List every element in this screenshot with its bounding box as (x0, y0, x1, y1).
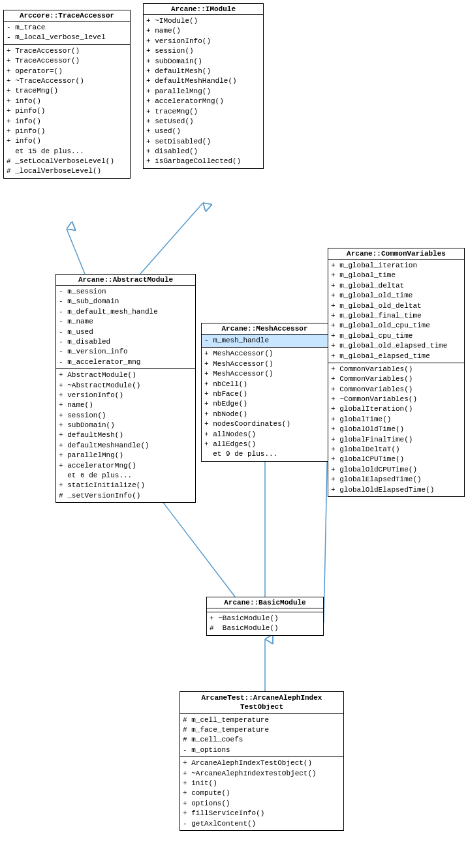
test-object-box: ArcaneTest::ArcaneAlephIndexTestObject #… (179, 691, 344, 831)
abstract-module-methods: + AbstractModule() + ~AbstractModule() +… (56, 369, 195, 502)
mesh-accessor-fields: - m_mesh_handle (202, 335, 328, 348)
basic-module-title: Arcane::BasicModule (207, 597, 323, 608)
common-variables-title: Arcane::CommonVariables (328, 248, 464, 260)
common-variables-box: Arcane::CommonVariables + m_global_itera… (328, 248, 465, 497)
svg-line-3 (140, 203, 203, 274)
basic-module-box: Arcane::BasicModule + ~BasicModule() # B… (206, 597, 324, 636)
basic-module-methods: + ~BasicModule() # BasicModule() (207, 612, 323, 635)
common-variables-methods: + CommonVariables() + CommonVariables() … (328, 363, 464, 496)
test-object-methods: + ArcaneAlephIndexTestObject() + ~Arcane… (180, 757, 343, 830)
trace-accessor-methods: + TraceAccessor() + TraceAccessor() + op… (4, 45, 130, 178)
mesh-accessor-methods: + MeshAccessor() + MeshAccessor() + Mesh… (202, 348, 328, 460)
diagram-container: Arccore::TraceAccessor - m_trace - m_loc… (0, 0, 468, 868)
svg-line-2 (67, 229, 85, 274)
test-object-title: ArcaneTest::ArcaneAlephIndexTestObject (180, 692, 343, 714)
imodule-box: Arcane::IModule + ~IModule() + name() + … (143, 3, 264, 169)
abstract-module-box: Arcane::AbstractModule - m_session - m_s… (55, 274, 196, 503)
mesh-accessor-box: Arcane::MeshAccessor - m_mesh_handle + M… (201, 323, 328, 462)
trace-accessor-box: Arccore::TraceAccessor - m_trace - m_loc… (3, 10, 131, 179)
abstract-module-fields: - m_session - m_sub_domain - m_default_m… (56, 286, 195, 369)
trace-accessor-fields: - m_trace - m_local_verbose_level (4, 22, 130, 45)
test-object-fields: # m_cell_temperature # m_face_temperatur… (180, 714, 343, 758)
mesh-accessor-title: Arcane::MeshAccessor (202, 323, 328, 335)
imodule-methods: + ~IModule() + name() + versionInfo() + … (144, 15, 263, 168)
common-variables-fields: + m_global_iteration + m_global_time + m… (328, 260, 464, 363)
abstract-module-title: Arcane::AbstractModule (56, 275, 195, 286)
imodule-title: Arcane::IModule (144, 4, 263, 15)
trace-accessor-title: Arccore::TraceAccessor (4, 10, 130, 22)
